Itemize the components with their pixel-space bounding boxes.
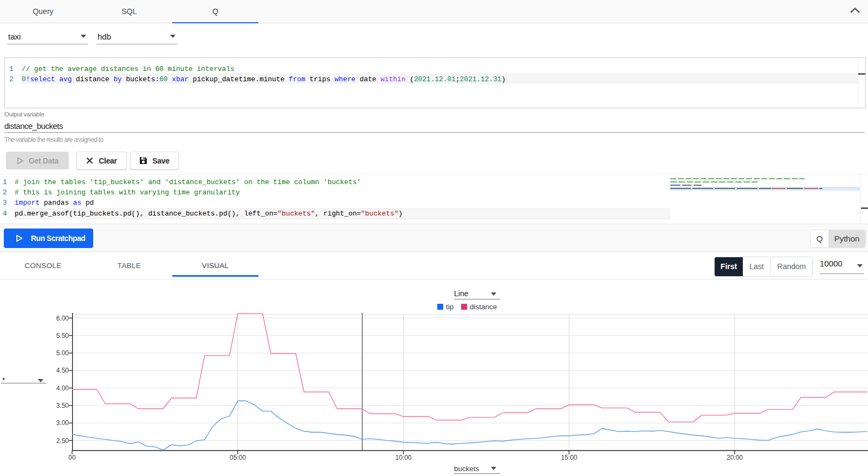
svg-text:10:00: 10:00 [395, 454, 411, 461]
svg-text:20:00: 20:00 [727, 454, 743, 461]
svg-text:4.00: 4.00 [56, 384, 69, 392]
svg-text:3.00: 3.00 [56, 419, 69, 427]
svg-text:3.50: 3.50 [56, 402, 69, 409]
svg-text:5.50: 5.50 [56, 332, 69, 340]
svg-text:05:00: 05:00 [230, 454, 246, 461]
svg-text:6.00: 6.00 [56, 315, 69, 322]
svg-text:2.50: 2.50 [56, 437, 69, 445]
svg-text:00: 00 [68, 454, 76, 461]
svg-text:4.50: 4.50 [56, 367, 69, 374]
svg-text:15:00: 15:00 [561, 454, 577, 461]
svg-text:5.00: 5.00 [56, 349, 69, 357]
